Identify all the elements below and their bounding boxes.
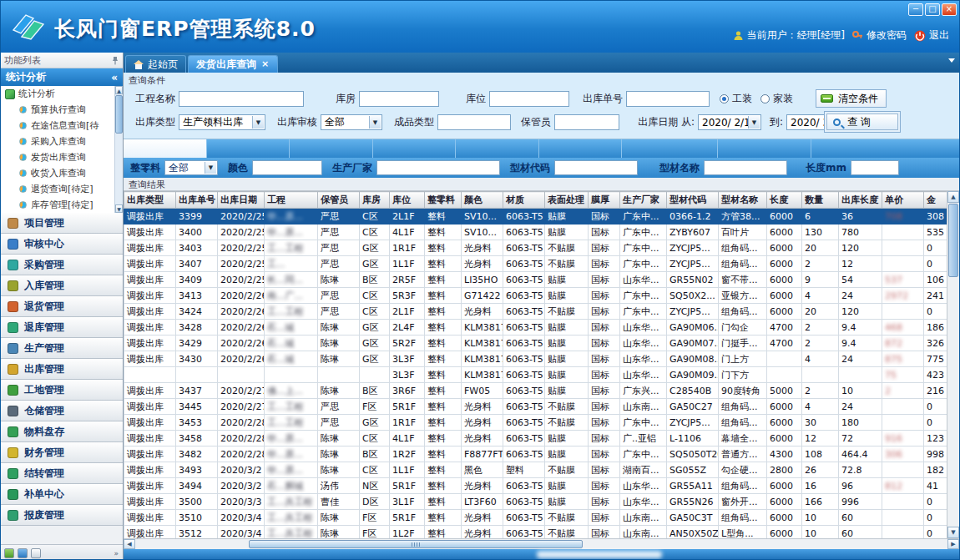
column-header[interactable]: 表面处理 (545, 192, 589, 209)
column-header[interactable]: 生产厂家 (620, 192, 667, 209)
tree-item[interactable]: 库存管理[待定] (1, 197, 123, 213)
scroll-down-icon[interactable]: ▼ (115, 204, 123, 213)
query-button[interactable]: 查 询 (826, 114, 898, 130)
table-row[interactable]: 调拨出库35102020/3/4工...共工程陈琳F区5R1F整料光身料6063… (124, 510, 957, 526)
maximize-button[interactable]: □ (925, 3, 940, 16)
chevron-down-icon[interactable] (369, 116, 381, 129)
column-header[interactable]: 型材名称 (719, 192, 767, 209)
tree-root-statistics[interactable]: 统计分析 (1, 86, 123, 102)
table-row[interactable]: 调拨出库35122020/3/4工...共工程陈琳F区1L2F整料光身料6063… (124, 526, 957, 539)
table-row[interactable]: 调拨出库34032020/2/25工...工程严思G区1R1F整料光身料6063… (124, 240, 957, 256)
module-item[interactable]: 退货管理 (1, 296, 123, 317)
logout-button[interactable]: 退出 (914, 28, 949, 43)
module-item[interactable]: 补单中心 (1, 484, 123, 505)
table-row[interactable]: 调拨出库34002020/2/25华...原...严思C区4L1F整料SV10.… (124, 225, 957, 240)
module-item[interactable]: 审核中心 (1, 234, 123, 255)
chevron-down-icon[interactable] (252, 116, 264, 129)
keeper-input[interactable] (554, 114, 619, 130)
table-row[interactable]: 调拨出库34292020/2/26石...城陈琳G区5R2F整料KLM38176… (124, 335, 957, 351)
collapse-chevrons-icon[interactable]: « (111, 72, 118, 83)
column-header[interactable]: 整零料 (425, 192, 462, 209)
outbound-type-select[interactable]: 生产领料出库 (179, 114, 265, 130)
manufacturer-input[interactable] (376, 160, 500, 175)
module-item[interactable]: 报废管理 (1, 505, 123, 526)
module-item[interactable]: 物料盘存 (1, 421, 123, 442)
tree-item[interactable]: 收货入库查询 (1, 165, 123, 181)
table-row[interactable]: 调拨出库34452020/2/27工...工程严思F区5R1F整料光身料6063… (124, 399, 957, 415)
close-button[interactable]: × (942, 3, 957, 16)
tree-item[interactable]: 退货查询[待定] (1, 181, 123, 197)
vertical-scroll-thumb[interactable] (948, 204, 958, 277)
product-type-input[interactable] (437, 114, 511, 130)
minimize-button[interactable]: − (908, 3, 923, 16)
footer-overflow-chevron-icon[interactable]: » (114, 549, 119, 557)
material-tab[interactable]: 单体型材 (622, 139, 718, 158)
table-row[interactable]: 调拨出库33992020/2/25华...原...严思C区2L1F整料SV10.… (124, 209, 957, 225)
column-header[interactable]: 型材代码 (667, 192, 719, 209)
column-header[interactable]: 库房 (360, 192, 390, 209)
outbound-order-input[interactable] (626, 91, 710, 107)
table-row[interactable]: 调拨出库34582020/2/28华...原...陈琳C区4L1F整料光身料60… (124, 431, 957, 446)
scroll-up-icon[interactable]: ▲ (947, 191, 959, 203)
chevron-down-icon[interactable] (205, 162, 216, 174)
module-item[interactable]: 采购管理 (1, 255, 123, 275)
footer-shortcut-icon-2[interactable] (18, 548, 28, 558)
footer-monitor-icon[interactable] (31, 548, 41, 558)
column-header[interactable]: 出库单号 (176, 192, 218, 209)
location-input[interactable] (489, 91, 569, 107)
scroll-left-icon[interactable]: ◀ (124, 539, 135, 549)
warehouse-input[interactable] (359, 91, 439, 107)
horizontal-scroll-thumb[interactable] (249, 540, 583, 548)
column-header[interactable]: 数量 (802, 192, 839, 209)
length-input[interactable] (851, 160, 899, 175)
table-row[interactable]: 调拨出库34372020/2/27佛...上...陈琳B区3R6F整料FW056… (124, 383, 957, 399)
column-header[interactable]: 颜色 (462, 192, 503, 209)
module-item[interactable]: 财务管理 (1, 442, 123, 463)
chevron-down-icon[interactable] (748, 116, 760, 129)
module-item[interactable]: 入库管理 (1, 275, 123, 296)
project-name-input[interactable] (179, 91, 304, 107)
scroll-down-icon[interactable]: ▼ (947, 527, 959, 538)
table-row[interactable]: 调拨出库34942020/3/2石...辉城汤伟N区5R1F整料光身料6063-… (124, 478, 957, 494)
material-tab[interactable]: 配 件 (207, 139, 291, 158)
whole-part-select[interactable]: 全部 (164, 160, 218, 175)
scroll-right-icon[interactable]: ▶ (947, 539, 959, 549)
close-tab-icon[interactable]: × (260, 60, 270, 68)
column-header[interactable]: 膜厚 (589, 192, 620, 209)
column-header[interactable]: 库位 (390, 192, 425, 209)
column-header[interactable]: 保管员 (318, 192, 360, 209)
tab-shipping-outbound-query[interactable]: 发货出库查询 × (188, 55, 278, 73)
column-header[interactable]: 出库类型 (124, 192, 176, 209)
material-tab[interactable]: 隔 热 条 (718, 139, 811, 158)
section-header-statistics[interactable]: 统计分析 « (1, 68, 123, 86)
tree-item[interactable]: 在途信息查询[待 (1, 118, 123, 134)
table-row[interactable]: 调拨出库34532020/2/28工...工程严思G区1R1F整料光身料6063… (124, 415, 957, 431)
table-row[interactable]: 调拨出库34302020/2/26石...城陈琳G区3L3F整料KLM38176… (124, 351, 957, 367)
material-tab[interactable]: 耗 材 (539, 139, 623, 158)
column-header[interactable]: 工程 (265, 192, 318, 209)
horizontal-scrollbar[interactable]: ◀ ▶ (124, 538, 959, 549)
module-item[interactable]: 仓储管理 (1, 401, 123, 421)
module-item[interactable]: 生产管理 (1, 338, 123, 359)
material-tab[interactable]: 型 材 (124, 139, 207, 158)
tab-list-chevron-icon[interactable] (948, 58, 955, 66)
tree-scrollbar[interactable]: ▲ ▼ (114, 86, 123, 213)
table-row[interactable]: 3L3F整料KLM38176063-T5贴膜国标山东华...GA90M09...… (124, 367, 957, 383)
material-tab[interactable]: 成 品 (456, 139, 539, 158)
tree-item[interactable]: 发货出库查询 (1, 149, 123, 165)
module-item[interactable]: 项目管理 (1, 213, 123, 234)
table-row[interactable]: 调拨出库34282020/2/26石...城陈琳G区2L4F整料KLM38176… (124, 320, 957, 335)
tree-scroll-thumb[interactable] (115, 95, 123, 134)
vertical-scrollbar[interactable]: ▲ ▼ (947, 191, 959, 538)
table-row[interactable]: 调拨出库34092020/2/25长...同...陈琳B区2R5F整料LI35H… (124, 272, 957, 288)
table-row[interactable]: 调拨出库34932020/3/2华...原...陈琳C区1L1F整料黑色塑料不贴… (124, 462, 957, 478)
module-item[interactable]: 结转管理 (1, 463, 123, 484)
footer-shortcut-icon-1[interactable] (4, 548, 14, 558)
table-row[interactable]: 调拨出库35002020/3/3工...共工程曹佳D区3L1F整料LT3F606… (124, 494, 957, 510)
material-tab[interactable]: 玻 璃 (373, 139, 457, 158)
column-header[interactable]: 长度 (767, 192, 802, 209)
color-input[interactable] (252, 160, 322, 175)
column-header[interactable]: 单价 (882, 192, 924, 209)
module-item[interactable]: 工地管理 (1, 380, 123, 401)
column-header[interactable]: 出库长度 (839, 192, 882, 209)
